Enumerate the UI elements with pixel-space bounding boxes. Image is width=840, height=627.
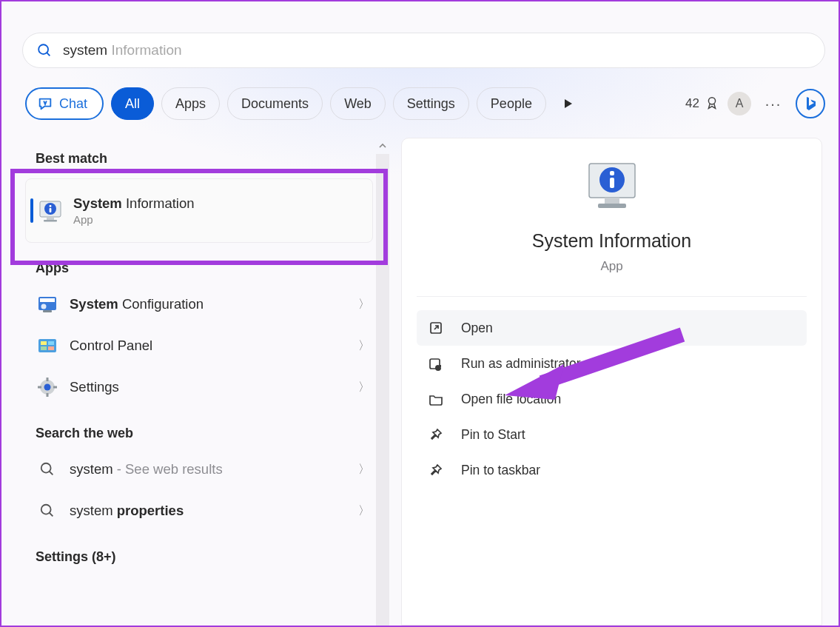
folder-icon [427, 390, 445, 408]
svg-rect-10 [40, 298, 55, 302]
search-icon [37, 459, 58, 480]
open-external-icon [427, 319, 445, 337]
best-match-subtitle: App [73, 213, 359, 226]
search-input[interactable]: system Information [63, 42, 182, 58]
app-result-settings[interactable]: Settings 〉 [12, 366, 386, 408]
svg-line-1 [47, 53, 50, 56]
result-label: system properties [70, 503, 346, 519]
filter-documents[interactable]: Documents [227, 87, 323, 120]
bing-icon [803, 95, 818, 112]
control-panel-icon [37, 335, 58, 356]
svg-rect-6 [50, 208, 52, 212]
svg-rect-33 [598, 204, 626, 208]
overflow-menu[interactable]: ··· [759, 95, 788, 113]
svg-rect-15 [48, 341, 54, 345]
filter-row: Chat All Apps Documents Web Settings Peo… [25, 86, 825, 121]
pin-icon [427, 461, 445, 479]
svg-rect-30 [610, 171, 614, 175]
svg-rect-23 [53, 386, 57, 389]
action-list: Open Run as administrator Open file loca… [417, 297, 807, 488]
section-best-match: Best match [12, 138, 386, 174]
action-pin-start[interactable]: Pin to Start [417, 417, 807, 452]
svg-rect-12 [43, 310, 52, 312]
chevron-right-icon: 〉 [358, 297, 370, 312]
svg-rect-8 [44, 220, 57, 222]
pin-icon [427, 426, 445, 443]
filter-settings[interactable]: Settings [393, 87, 469, 120]
chevron-right-icon: 〉 [358, 462, 370, 477]
action-open-file-location[interactable]: Open file location [417, 381, 807, 417]
best-match-title: System Information [73, 195, 359, 212]
preview-pane: System Information App Open Run as admin… [401, 138, 822, 626]
more-filters-button[interactable] [554, 89, 583, 118]
svg-rect-16 [41, 346, 47, 350]
user-avatar[interactable]: A [728, 92, 751, 115]
svg-point-26 [41, 505, 51, 514]
svg-rect-17 [48, 346, 54, 350]
svg-point-2 [708, 98, 715, 104]
svg-rect-21 [47, 393, 49, 397]
svg-rect-32 [605, 198, 619, 204]
svg-rect-13 [38, 339, 56, 352]
filter-all[interactable]: All [111, 87, 154, 120]
rewards-counter[interactable]: 42 [685, 95, 720, 112]
search-bar[interactable]: system Information [22, 33, 825, 68]
svg-rect-14 [41, 341, 47, 345]
section-settings: Settings (8+) [12, 532, 386, 572]
bing-chat-button[interactable] [796, 89, 825, 118]
svg-line-25 [50, 472, 53, 475]
section-apps: Apps [12, 243, 386, 284]
svg-point-0 [38, 44, 48, 54]
preview-hero: System Information App [417, 159, 807, 297]
svg-rect-22 [38, 386, 41, 389]
svg-rect-5 [50, 205, 52, 207]
result-label: Settings [70, 379, 346, 395]
system-information-icon [585, 159, 639, 214]
svg-rect-31 [610, 178, 614, 188]
search-icon [36, 42, 53, 58]
svg-line-27 [50, 513, 53, 517]
filter-web[interactable]: Web [330, 87, 386, 120]
filter-chat[interactable]: Chat [25, 87, 104, 120]
search-icon [37, 500, 58, 521]
medal-icon [704, 95, 720, 112]
chevron-right-icon: 〉 [358, 380, 370, 395]
action-open[interactable]: Open [417, 310, 807, 346]
preview-title: System Information [532, 230, 691, 252]
best-match-result[interactable]: System Information App [25, 178, 373, 243]
section-search-web: Search the web [12, 408, 386, 449]
settings-gear-icon [37, 377, 58, 398]
svg-rect-20 [47, 378, 49, 381]
app-result-system-configuration[interactable]: System Configuration 〉 [12, 284, 386, 325]
chat-bubble-icon [37, 95, 53, 112]
preview-subtitle: App [600, 259, 622, 274]
chevron-right-icon: 〉 [358, 503, 370, 519]
svg-point-19 [44, 384, 51, 391]
web-result-system-properties[interactable]: system properties 〉 [12, 490, 386, 532]
result-label: System Configuration [70, 296, 346, 312]
svg-rect-7 [47, 217, 54, 220]
action-pin-taskbar[interactable]: Pin to taskbar [417, 452, 807, 488]
web-result-system[interactable]: system - See web results 〉 [12, 449, 386, 490]
filter-apps[interactable]: Apps [161, 87, 220, 120]
run-admin-icon [427, 355, 445, 372]
result-label: system - See web results [70, 461, 346, 477]
result-label: Control Panel [70, 338, 346, 354]
system-configuration-icon [37, 294, 58, 315]
chevron-right-icon: 〉 [358, 338, 370, 354]
selection-accent [30, 198, 33, 223]
svg-point-24 [41, 463, 51, 473]
results-pane: Best match System Information App Apps S… [12, 138, 386, 626]
app-result-control-panel[interactable]: Control Panel 〉 [12, 325, 386, 366]
system-information-icon [38, 198, 63, 224]
play-triangle-icon [562, 98, 574, 110]
svg-point-11 [41, 304, 47, 309]
action-run-admin[interactable]: Run as administrator [417, 346, 807, 381]
filter-people[interactable]: People [477, 87, 546, 120]
